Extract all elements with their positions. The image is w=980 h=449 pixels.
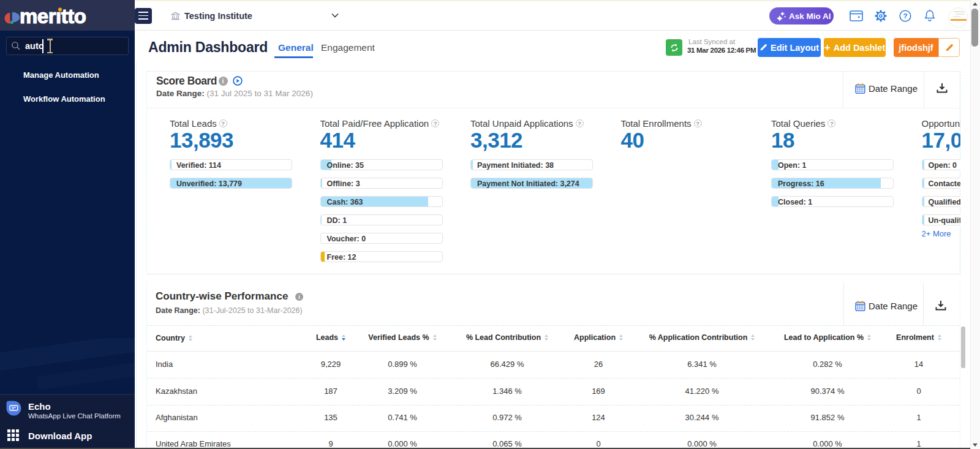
svg-text:?: ?: [903, 12, 907, 20]
svg-text:meritto: meritto: [20, 7, 86, 25]
